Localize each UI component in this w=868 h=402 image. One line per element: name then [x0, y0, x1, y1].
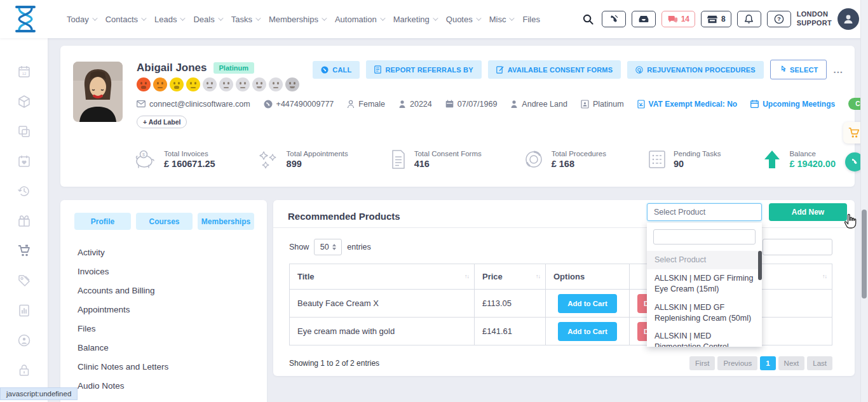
- sidebar-history-icon[interactable]: [17, 184, 31, 198]
- search-icon[interactable]: [582, 13, 594, 25]
- menu-invoices[interactable]: Invoices: [78, 262, 267, 281]
- mood-face-6[interactable]: [219, 77, 233, 91]
- upcoming-meetings-link[interactable]: Upcoming Meetings: [750, 100, 835, 109]
- menu-files[interactable]: Files: [78, 319, 267, 338]
- tab-profile[interactable]: Profile: [74, 213, 131, 230]
- mood-face-10[interactable]: [285, 77, 299, 91]
- page-scrollbar-track[interactable]: [860, 0, 868, 402]
- mood-face-9[interactable]: [269, 77, 283, 91]
- vat-exempt-link[interactable]: VAT Exempt Medical: No: [637, 100, 738, 109]
- notifications-button[interactable]: [737, 11, 761, 27]
- menu-appointments[interactable]: Appointments: [78, 300, 267, 319]
- page-last[interactable]: Last: [807, 356, 832, 370]
- tab-courses[interactable]: Courses: [136, 213, 193, 230]
- table-footer: Showing 1 to 2 of 2 entries First Previo…: [289, 356, 832, 370]
- dropdown-option[interactable]: ALLSKIN | MED GF Replenishing Cream (50m…: [647, 298, 762, 328]
- person-solid-icon: [398, 100, 406, 109]
- select-button[interactable]: SELECT: [770, 60, 827, 79]
- sidebar-bookings-icon[interactable]: [17, 154, 31, 168]
- sidebar-gifts-icon[interactable]: [17, 214, 31, 228]
- dialer-button[interactable]: [602, 11, 626, 27]
- chevron-down-icon: [322, 15, 327, 20]
- nav-quotes[interactable]: Quotes: [446, 15, 480, 24]
- dropdown-search-input[interactable]: [653, 229, 756, 245]
- mood-face-2[interactable]: [153, 77, 167, 91]
- report-referrals-button[interactable]: REPORT REFERRALS BY: [366, 60, 481, 79]
- mood-face-3[interactable]: [170, 77, 184, 91]
- pointer-icon: [779, 65, 786, 74]
- mood-face-5[interactable]: [203, 77, 217, 91]
- menu-balance[interactable]: Balance: [78, 338, 267, 357]
- mood-face-1[interactable]: [137, 77, 151, 91]
- page-previous[interactable]: Previous: [717, 356, 757, 370]
- tab-memberships[interactable]: Memberships: [198, 213, 254, 230]
- client-phone[interactable]: +447490009777: [264, 100, 334, 109]
- mood-face-8[interactable]: [252, 77, 266, 91]
- nav-tasks[interactable]: Tasks: [231, 15, 259, 24]
- client-email[interactable]: connect@clinicsoftware.com: [137, 100, 250, 109]
- meetings-value: Upcoming Meetings: [763, 100, 835, 109]
- dropdown-option[interactable]: ALLSKIN | MED Pigmentation Control Serum…: [647, 327, 762, 347]
- help-button[interactable]: ?: [767, 11, 791, 27]
- clinicsoftware-logo[interactable]: [13, 5, 38, 33]
- nav-misc[interactable]: Misc: [489, 15, 513, 24]
- page-first[interactable]: First: [689, 356, 715, 370]
- client-referrer: Andree Land: [510, 100, 567, 109]
- call-button[interactable]: CALL: [313, 61, 360, 79]
- chat-button[interactable]: 14: [661, 11, 695, 27]
- nav-automation[interactable]: Automation: [335, 15, 384, 24]
- menu-clinic-notes[interactable]: Clinic Notes and Letters: [78, 357, 267, 376]
- consent-forms-button[interactable]: AVAILABLE CONSENT FORMS: [488, 60, 621, 79]
- mood-face-7[interactable]: [236, 77, 250, 91]
- rejuvenation-button[interactable]: REJUVENATION PROCEDURES: [627, 61, 764, 79]
- add-label-button[interactable]: + Add Label: [137, 116, 187, 128]
- table-search-input[interactable]: [763, 239, 832, 255]
- dropdown-option[interactable]: Select Product: [647, 251, 762, 269]
- sidebar-pages-icon[interactable]: [17, 124, 31, 138]
- select-product-dropdown[interactable]: Select Product: [647, 203, 762, 221]
- sidebar-cart-icon[interactable]: [17, 244, 31, 258]
- nav-leads[interactable]: Leads: [154, 15, 184, 24]
- user-avatar[interactable]: [837, 8, 859, 30]
- inbox-button[interactable]: [632, 11, 656, 27]
- sidebar-products-icon[interactable]: [17, 95, 31, 109]
- sidebar-tags-icon[interactable]: [17, 274, 31, 288]
- arrow-up-icon: [763, 149, 782, 170]
- add-new-button[interactable]: Add New: [769, 203, 847, 221]
- menu-activity[interactable]: Activity: [78, 243, 267, 262]
- calendar-icon: [445, 100, 454, 108]
- header-toolbar: 14 8 ? LONDON SUPPORT: [582, 0, 859, 38]
- sidebar-reports-icon[interactable]: [17, 304, 31, 318]
- nav-marketing[interactable]: Marketing: [393, 15, 437, 24]
- rejuvenation-label: REJUVENATION PROCEDURES: [647, 66, 756, 74]
- page-1[interactable]: 1: [760, 356, 775, 370]
- client-photo[interactable]: [73, 62, 123, 122]
- client-gender: Female: [347, 100, 385, 109]
- col-price[interactable]: Price↑↓: [475, 264, 546, 290]
- page-next[interactable]: Next: [778, 356, 805, 370]
- sidebar-accounts-icon[interactable]: [17, 333, 31, 347]
- col-title[interactable]: Title↑↓: [290, 264, 475, 290]
- sidebar-calendar-icon[interactable]: 12: [17, 65, 31, 79]
- sidebar-security-icon[interactable]: [17, 363, 31, 377]
- mood-face-4[interactable]: [186, 77, 200, 91]
- col-options[interactable]: Options: [546, 264, 630, 290]
- add-to-cart-button[interactable]: Add to Cart: [558, 294, 617, 313]
- nav-contacts[interactable]: Contacts: [105, 15, 145, 24]
- menu-accounts-billing[interactable]: Accounts and Billing: [78, 281, 267, 300]
- add-to-cart-button[interactable]: Add to Cart: [558, 322, 617, 341]
- page-size-select[interactable]: 50: [314, 239, 342, 255]
- checklist-icon: [648, 150, 666, 169]
- stat-label: Total Procedures: [552, 150, 606, 157]
- dropdown-scrollbar[interactable]: [758, 251, 762, 280]
- nav-today[interactable]: Today: [67, 15, 96, 24]
- store-button[interactable]: 8: [701, 11, 731, 27]
- menu-drinks[interactable]: Drinks: [78, 395, 267, 402]
- dropdown-option[interactable]: ALLSKIN | MED GF Firming Eye Cream (15ml…: [647, 269, 762, 298]
- menu-audio-notes[interactable]: Audio Notes: [78, 376, 267, 395]
- nav-deals[interactable]: Deals: [193, 15, 221, 24]
- more-actions-button[interactable]: ...: [833, 64, 843, 75]
- nav-files[interactable]: Files: [522, 15, 539, 24]
- page-scrollbar-thumb[interactable]: [862, 210, 867, 298]
- nav-memberships[interactable]: Memberships: [269, 15, 325, 24]
